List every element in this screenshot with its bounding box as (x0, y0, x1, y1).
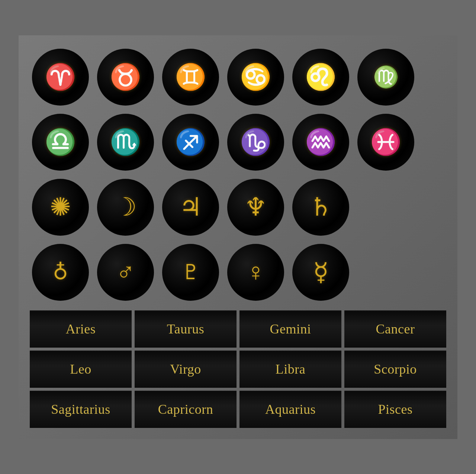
label-row-2: Leo Virgo Libra Scorpio (30, 351, 446, 388)
jupiter-circle[interactable]: ♃ (160, 177, 221, 238)
libra-symbol: ♎ (45, 129, 76, 155)
virgo-circle[interactable]: ♍ (355, 46, 416, 108)
sagittarius-circle[interactable]: ♐ (160, 112, 221, 173)
capricorn-label: Capricorn (158, 402, 213, 417)
scorpio-label-box[interactable]: Scorpio (344, 351, 446, 388)
sun-symbol: ✺ (50, 194, 71, 220)
mars-circle[interactable]: ♂ (95, 242, 156, 303)
scorpio-label: Scorpio (374, 361, 417, 377)
aquarius-label: Aquarius (265, 402, 316, 417)
pisces-circle[interactable]: ♓ (355, 112, 416, 173)
neptune-circle[interactable]: ♆ (225, 177, 286, 238)
earth-circle[interactable]: ♁ (30, 242, 91, 303)
planet-row-1: ✺ ☽ ♃ ♆ ♄ (30, 177, 446, 238)
leo-label-box[interactable]: Leo (30, 351, 132, 388)
capricorn-circle[interactable]: ♑ (225, 112, 286, 173)
saturn-circle[interactable]: ♄ (290, 177, 351, 238)
aquarius-label-box[interactable]: Aquarius (239, 391, 341, 428)
mercury-circle[interactable]: ☿ (290, 242, 351, 303)
leo-symbol: ♌ (305, 64, 337, 90)
libra-label: Libra (276, 361, 305, 377)
sun-circle[interactable]: ✺ (30, 177, 91, 238)
scorpio-circle[interactable]: ♏ (95, 112, 156, 173)
moon-circle[interactable]: ☽ (95, 177, 156, 238)
sagittarius-label: Sagittarius (51, 402, 110, 417)
label-row-1: Aries Taurus Gemini Cancer (30, 310, 446, 348)
taurus-symbol: ♉ (110, 64, 141, 90)
cancer-label-box[interactable]: Cancer (344, 310, 446, 348)
pluto-symbol: ♇ (181, 262, 200, 283)
cancer-circle[interactable]: ♋ (225, 46, 286, 108)
aries-circle[interactable]: ♈ (30, 46, 91, 108)
sagittarius-symbol: ♐ (175, 129, 206, 155)
venus-symbol: ♀ (246, 259, 265, 285)
aquarius-circle[interactable]: ♒ (290, 112, 351, 173)
virgo-symbol: ♍ (373, 67, 399, 87)
symbols-grid: ♈ ♉ ♊ ♋ ♌ ♍ ♎ ♏ (30, 46, 446, 303)
gemini-symbol: ♊ (175, 64, 206, 90)
sagittarius-label-box[interactable]: Sagittarius (30, 391, 132, 428)
taurus-circle[interactable]: ♉ (95, 46, 156, 108)
aries-label: Aries (66, 321, 96, 337)
libra-circle[interactable]: ♎ (30, 112, 91, 173)
leo-label: Leo (70, 361, 91, 377)
taurus-label-box[interactable]: Taurus (135, 310, 237, 348)
gemini-label-box[interactable]: Gemini (239, 310, 341, 348)
aries-label-box[interactable]: Aries (30, 310, 132, 348)
zodiac-row-1: ♈ ♉ ♊ ♋ ♌ ♍ (30, 46, 446, 108)
planet-row-2: ♁ ♂ ♇ ♀ ☿ (30, 242, 446, 303)
saturn-symbol: ♄ (309, 194, 332, 220)
virgo-label-box[interactable]: Virgo (135, 351, 237, 388)
cancer-label: Cancer (376, 321, 415, 337)
gemini-circle[interactable]: ♊ (160, 46, 221, 108)
zodiac-row-2: ♎ ♏ ♐ ♑ ♒ ♓ (30, 112, 446, 173)
main-container: ♈ ♉ ♊ ♋ ♌ ♍ ♎ ♏ (19, 35, 457, 439)
pisces-symbol: ♓ (370, 129, 402, 155)
pisces-label-box[interactable]: Pisces (344, 391, 446, 428)
venus-circle[interactable]: ♀ (225, 242, 286, 303)
libra-label-box[interactable]: Libra (239, 351, 341, 388)
mars-symbol: ♂ (116, 259, 135, 285)
capricorn-label-box[interactable]: Capricorn (135, 391, 237, 428)
gemini-label: Gemini (270, 321, 311, 337)
mercury-symbol: ☿ (313, 259, 329, 285)
earth-symbol: ♁ (53, 262, 68, 283)
taurus-label: Taurus (167, 321, 204, 337)
scorpio-symbol: ♏ (110, 129, 141, 155)
pluto-circle[interactable]: ♇ (160, 242, 221, 303)
labels-grid: Aries Taurus Gemini Cancer Leo Virgo Lib… (30, 310, 446, 428)
cancer-symbol: ♋ (240, 64, 271, 90)
aries-symbol: ♈ (45, 64, 76, 90)
jupiter-symbol: ♃ (179, 194, 202, 220)
neptune-symbol: ♆ (244, 194, 267, 220)
pisces-label: Pisces (378, 402, 413, 417)
leo-circle[interactable]: ♌ (290, 46, 351, 108)
virgo-label: Virgo (170, 361, 201, 377)
moon-symbol: ☽ (114, 194, 137, 220)
label-row-3: Sagittarius Capricorn Aquarius Pisces (30, 391, 446, 428)
capricorn-symbol: ♑ (240, 129, 271, 155)
aquarius-symbol: ♒ (305, 129, 337, 155)
